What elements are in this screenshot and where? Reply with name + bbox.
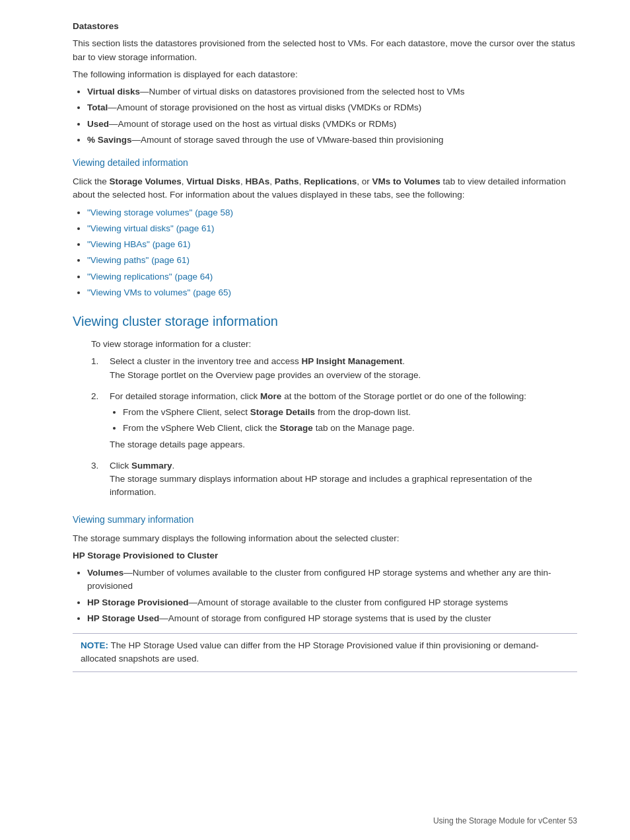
cluster-heading: Viewing cluster storage information [73,311,577,331]
list-item: HP Storage Used—Amount of storage from c… [87,612,577,625]
list-item: "Viewing HBAs" (page 61) [87,238,577,251]
step-1-num: 1. [91,355,104,386]
bullet-bold: Used [87,119,109,129]
link-replications[interactable]: "Viewing replications" (page 64) [87,272,213,282]
datastores-section: Datastores This section lists the datast… [73,20,577,147]
footer-text: Using the Storage Module for vCenter 53 [433,816,577,825]
list-item: "Viewing replications" (page 64) [87,270,577,284]
viewing-summary-bullets: Volumes—Number of volumes available to t… [87,566,577,625]
link-virtual-disks[interactable]: "Viewing virtual disks" (page 61) [87,223,214,233]
datastores-heading: Datastores [73,20,577,33]
step-1-content: Select a cluster in the inventory tree a… [110,355,421,386]
bullet-text: —Number of virtual disks on datastores p… [140,87,464,96]
datastores-para2: The following information is displayed f… [73,68,577,81]
step-1-sub: The Storage portlet on the Overview page… [110,369,421,382]
hp-insight-mgmt: HP Insight Management [301,356,402,366]
bullet-bold: % Savings [87,135,132,145]
bullet-bold: HP Storage Provisioned [87,597,189,607]
bullet-text: —Number of volumes available to the clus… [87,568,551,591]
step-3-text: Click Summary. [110,459,577,473]
hp-storage-provisioned-heading: HP Storage Provisioned to Cluster [73,549,577,562]
list-item: From the vSphere Client, select Storage … [123,406,526,419]
viewing-summary-heading: Viewing summary information [73,513,577,527]
link-vms-to-volumes[interactable]: "Viewing VMs to volumes" (page 65) [87,287,231,297]
bullet-text: —Amount of storage used on the host as v… [109,119,396,129]
bullet-text: —Amount of storage available to the clus… [189,597,508,607]
list-item: "Viewing storage volumes" (page 58) [87,206,577,219]
step-2-content: For detailed storage information, click … [110,390,526,455]
step-2-bullets: From the vSphere Client, select Storage … [123,406,526,436]
bullet-text: —Amount of storage saved through the use… [132,135,444,145]
tab-name-virtual-disks: Virtual Disks [186,176,240,186]
bullet-bold: Total [87,102,108,112]
bullet-text: —Amount of storage from configured HP st… [159,613,491,623]
step-3-sub: The storage summary displays information… [110,473,577,500]
list-item: Virtual disks—Number of virtual disks on… [87,85,577,98]
list-item: Used—Amount of storage used on the host … [87,118,577,131]
link-storage-volumes[interactable]: "Viewing storage volumes" (page 58) [87,208,233,217]
viewing-summary-section: Viewing summary information The storage … [73,513,577,672]
list-item: Total—Amount of storage provisioned on t… [87,101,577,114]
step-3-num: 3. [91,459,104,504]
storage-tab: Storage [280,423,313,433]
viewing-detailed-heading: Viewing detailed information [73,156,577,170]
footer: Using the Storage Module for vCenter 53 [433,815,577,827]
tab-name-hbas: HBAs [245,176,269,186]
list-item: "Viewing VMs to volumes" (page 65) [87,286,577,299]
datastores-bullet-list: Virtual disks—Number of virtual disks on… [87,85,577,147]
bullet-bold: Virtual disks [87,87,140,96]
viewing-detailed-links-list: "Viewing storage volumes" (page 58) "Vie… [87,206,577,300]
step-2-num: 2. [91,390,104,455]
datastores-para1: This section lists the datastores provis… [73,37,577,64]
viewing-summary-para: The storage summary displays the followi… [73,532,577,545]
bullet-bold: Volumes [87,568,123,578]
note-label: NOTE: [81,640,108,650]
link-hbas[interactable]: "Viewing HBAs" (page 61) [87,239,190,249]
list-item: % Savings—Amount of storage saved throug… [87,134,577,147]
storage-details: Storage Details [250,407,315,417]
note-text: The HP Storage Used value can differ fro… [81,640,539,664]
summary-btn: Summary [131,461,172,471]
list-item: From the vSphere Web Client, click the S… [123,422,526,435]
step-2: 2. For detailed storage information, cli… [91,390,577,455]
step-3-content: Click Summary. The storage summary displ… [110,459,577,504]
list-item: HP Storage Provisioned—Amount of storage… [87,596,577,609]
note-box: NOTE: The HP Storage Used value can diff… [73,633,577,672]
bullet-bold: HP Storage Used [87,613,159,623]
more-link: More [260,391,281,401]
tab-name-replications: Replications [304,176,357,186]
step-1-text: Select a cluster in the inventory tree a… [110,355,421,368]
tab-name-paths: Paths [275,176,299,186]
list-item: "Viewing paths" (page 61) [87,254,577,267]
list-item: Volumes—Number of volumes available to t… [87,566,577,593]
viewing-detailed-para: Click the Storage Volumes, Virtual Disks… [73,175,577,202]
step-2-text: For detailed storage information, click … [110,390,526,403]
tab-name-vms-to-volumes: VMs to Volumes [372,176,440,186]
step-1: 1. Select a cluster in the inventory tre… [91,355,577,386]
step-2-sub: The storage details page appears. [110,438,526,451]
viewing-detailed-section: Viewing detailed information Click the S… [73,156,577,299]
tab-name-storage-volumes: Storage Volumes [110,176,182,186]
cluster-intro: To view storage information for a cluste… [91,338,577,351]
list-item: "Viewing virtual disks" (page 61) [87,222,577,235]
step-3: 3. Click Summary. The storage summary di… [91,459,577,504]
cluster-section: Viewing cluster storage information To v… [73,311,577,504]
bullet-text: —Amount of storage provisioned on the ho… [108,102,421,112]
link-paths[interactable]: "Viewing paths" (page 61) [87,255,190,265]
